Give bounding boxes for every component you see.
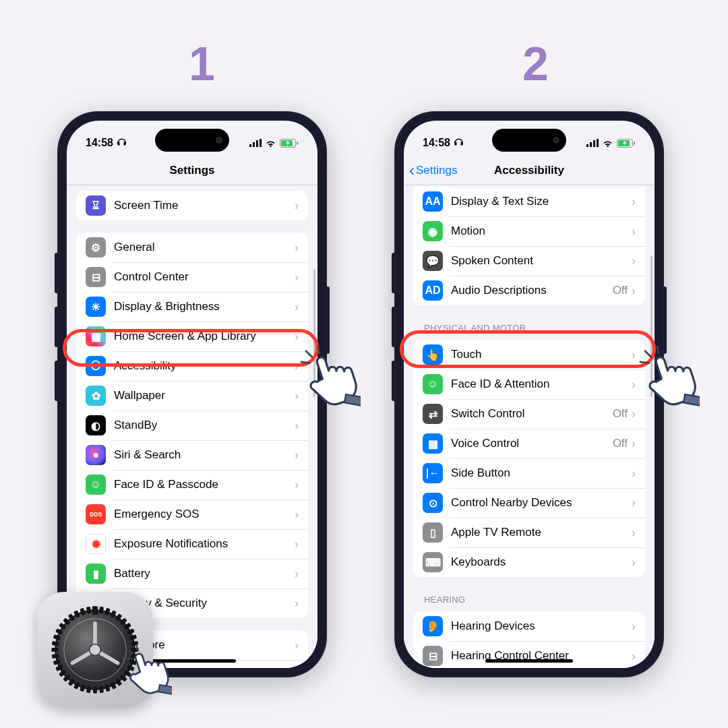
display-icon: ☀︎ — [86, 297, 106, 317]
chevron-right-icon: › — [632, 284, 636, 298]
svg-rect-13 — [593, 140, 595, 147]
text-size-icon: AA — [423, 191, 443, 212]
appletv-icon: ▯ — [423, 522, 443, 543]
settings-row[interactable]: ▦ Home Screen & App Library › — [76, 322, 308, 351]
settings-row[interactable]: ☀︎ Display & Brightness › — [76, 292, 308, 322]
chevron-right-icon: › — [295, 389, 299, 403]
chevron-right-icon: › — [295, 638, 299, 653]
settings-row[interactable]: AA Display & Text Size › — [413, 187, 645, 216]
nearby-icon: ⊙ — [423, 493, 443, 513]
audio-desc-icon: AD — [423, 280, 443, 301]
settings-row[interactable]: ⚙︎ General › — [76, 233, 308, 262]
wifi-icon — [602, 139, 613, 148]
svg-rect-3 — [260, 139, 262, 147]
svg-rect-17 — [634, 142, 635, 145]
settings-row[interactable]: 👂 Hearing Devices › — [413, 611, 645, 641]
row-label: Control Center — [114, 270, 295, 284]
svg-rect-32 — [158, 685, 172, 694]
row-status: Off — [613, 437, 628, 450]
accessibility-list[interactable]: AA Display & Text Size › ◉ Motion › 💬 Sp… — [404, 185, 655, 668]
scrollbar[interactable] — [650, 255, 653, 397]
svg-rect-7 — [344, 394, 361, 406]
svg-rect-0 — [249, 144, 251, 147]
settings-row[interactable]: ◉ Motion › — [413, 216, 645, 246]
chevron-right-icon: › — [632, 619, 636, 634]
switch-icon: ⇄ — [423, 404, 443, 424]
chevron-right-icon: › — [295, 448, 299, 462]
status-time: 14:58 — [86, 137, 113, 149]
svg-rect-6 — [297, 142, 298, 145]
phone-mockup-2: 14:58 ‹ Settings Accessibility AA Displa… — [394, 111, 664, 677]
headphones-icon — [117, 138, 127, 148]
settings-row[interactable]: ☺︎ Face ID & Attention › — [413, 369, 645, 399]
battery-charging-icon — [280, 139, 299, 148]
row-label: Display & Text Size — [451, 195, 632, 208]
chevron-right-icon: › — [295, 270, 299, 284]
row-label: StandBy — [114, 419, 295, 432]
cellular-icon — [586, 139, 599, 147]
home-indicator[interactable] — [485, 659, 573, 663]
settings-row[interactable]: ▦ Voice Control Off › — [413, 429, 645, 458]
svg-point-29 — [90, 644, 101, 656]
row-label: Switch Control — [451, 407, 613, 421]
settings-row[interactable]: ☺︎ Face ID & Passcode › — [76, 470, 308, 499]
settings-row[interactable]: ● Siri & Search › — [76, 440, 308, 470]
row-label: Hearing Devices — [451, 619, 632, 633]
settings-row[interactable]: ◐ StandBy › — [76, 411, 308, 440]
row-label: Battery — [114, 567, 295, 580]
settings-row[interactable]: ⦿ Accessibility › — [76, 351, 308, 381]
row-label: Screen Time — [114, 199, 295, 212]
home-indicator[interactable] — [148, 659, 236, 663]
settings-row[interactable]: ⊙ Control Nearby Devices › — [413, 488, 645, 518]
hourglass-icon: ⌛︎ — [86, 195, 106, 216]
status-time: 14:58 — [423, 137, 450, 149]
row-label: Home Screen & App Library — [114, 330, 295, 343]
dynamic-island — [492, 129, 566, 152]
chevron-right-icon: › — [295, 199, 299, 213]
settings-row[interactable]: ✺ Exposure Notifications › — [76, 529, 308, 559]
settings-row[interactable]: ▯ Apple TV Remote › — [413, 518, 645, 547]
settings-row[interactable]: ⇄ Switch Control Off › — [413, 399, 645, 429]
settings-app-icon[interactable] — [37, 592, 153, 708]
row-label: Face ID & Passcode — [114, 478, 295, 491]
sos-icon: SOS — [86, 504, 106, 524]
exposure-icon: ✺ — [86, 534, 106, 554]
faceid-icon: ☺︎ — [86, 475, 106, 495]
chevron-right-icon: › — [632, 466, 636, 481]
back-button[interactable]: ‹ Settings — [409, 162, 457, 179]
section-header: PHYSICAL AND MOTOR — [424, 323, 634, 333]
row-label: Accessibility — [114, 359, 295, 373]
accessibility-icon: ⦿ — [86, 356, 106, 376]
settings-row[interactable]: AD Audio Descriptions Off › — [413, 276, 645, 305]
settings-row[interactable]: ⊟ Control Center › — [76, 262, 308, 292]
back-label: Settings — [416, 164, 457, 177]
chevron-right-icon: › — [295, 478, 299, 492]
spoken-icon: 💬 — [423, 251, 443, 271]
chevron-right-icon: › — [295, 359, 299, 373]
siri-icon: ● — [86, 445, 106, 465]
settings-row[interactable]: ▮ Battery › — [76, 559, 308, 588]
chevron-right-icon: › — [632, 224, 636, 239]
hearing-cc-icon: ⊟ — [423, 646, 443, 666]
settings-row[interactable]: 👆 Touch › — [413, 340, 645, 369]
settings-row[interactable]: SOS Emergency SOS › — [76, 499, 308, 529]
cellular-icon — [249, 139, 262, 147]
row-label: Motion — [451, 224, 632, 238]
chevron-right-icon: › — [295, 537, 299, 551]
row-label: General — [114, 241, 295, 254]
chevron-right-icon: › — [632, 496, 636, 510]
chevron-right-icon: › — [295, 300, 299, 314]
settings-row[interactable]: 💬 Spoken Content › — [413, 246, 645, 276]
settings-row[interactable]: |← Side Button › — [413, 458, 645, 488]
control-center-icon: ⊟ — [86, 267, 106, 287]
settings-row[interactable]: ⊟ Hearing Control Center › — [413, 641, 645, 668]
voice-icon: ▦ — [423, 433, 443, 454]
dynamic-island — [155, 129, 229, 152]
chevron-right-icon: › — [632, 407, 636, 421]
headphones-icon — [454, 138, 464, 148]
settings-row[interactable]: ⌨︎ Keyboards › — [413, 547, 645, 577]
scrollbar[interactable] — [313, 269, 315, 397]
settings-row[interactable]: ⌛︎ Screen Time › — [76, 191, 308, 220]
home-screen-icon: ▦ — [86, 326, 106, 346]
settings-row[interactable]: ✿ Wallpaper › — [76, 381, 308, 411]
